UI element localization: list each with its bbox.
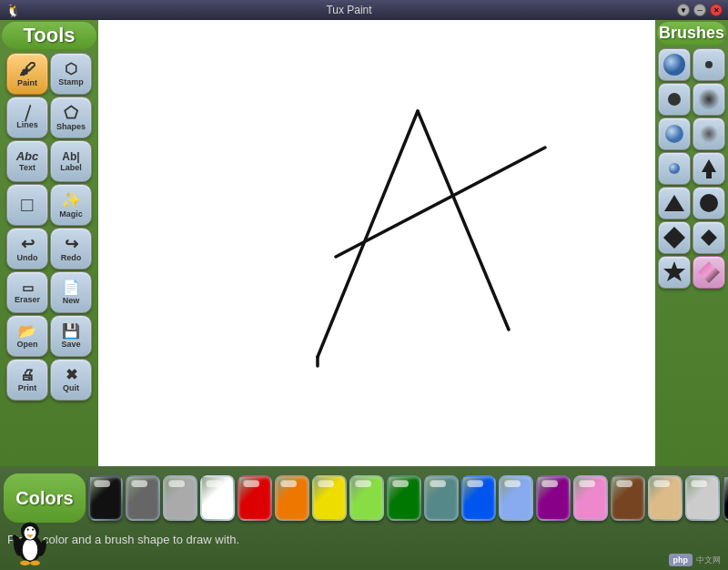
brush-row-2 — [658, 83, 725, 116]
brush-sphere-medium[interactable] — [658, 117, 691, 150]
tool-label[interactable]: Ab| Label — [50, 140, 92, 182]
redo-icon: ↪ — [65, 236, 78, 252]
tool-text[interactable]: Abc Text — [6, 140, 48, 182]
brush-dot-small[interactable] — [693, 48, 725, 81]
color-swatch-black[interactable] — [88, 475, 123, 521]
brush-dot-medium[interactable] — [658, 83, 691, 116]
brush-blur-large[interactable] — [693, 83, 725, 116]
tool-open[interactable]: 📂 Open — [6, 315, 48, 357]
save-label: Save — [61, 340, 80, 349]
brush-circle-outline[interactable] — [693, 187, 725, 219]
svg-point-5 — [700, 125, 718, 143]
brush-diamond-small[interactable] — [693, 221, 725, 254]
print-icon: 🖨 — [20, 368, 35, 382]
color-swatch-purple[interactable] — [536, 475, 571, 521]
tool-lines[interactable]: ╲ Lines — [6, 97, 48, 138]
color-swatch-brown[interactable] — [611, 475, 645, 521]
tool-eraser[interactable]: ▭ Eraser — [6, 271, 48, 313]
php-logo: php 中文网 — [669, 554, 722, 566]
tool-magic[interactable]: ✨ Magic — [50, 184, 92, 226]
print-label: Print — [18, 383, 37, 392]
svg-point-22 — [32, 529, 34, 531]
brush-row-1 — [658, 48, 725, 81]
brush-row-6 — [658, 221, 725, 254]
color-swatch-gray[interactable] — [163, 475, 197, 521]
top-area: Tools 🖌 Paint ⬡ Stamp ╲ Lines ⬠ S — [0, 20, 728, 466]
brush-up-arrow[interactable] — [693, 152, 725, 185]
brush-row-3 — [658, 117, 725, 150]
svg-marker-14 — [698, 261, 720, 283]
text-label: Text — [19, 163, 35, 172]
svg-point-24 — [20, 561, 30, 566]
minimize-button[interactable]: ▼ — [677, 4, 690, 16]
brush-triangle[interactable] — [658, 187, 691, 219]
brush-blur-medium[interactable] — [693, 117, 725, 150]
tool-print[interactable]: 🖨 Print — [6, 359, 48, 401]
svg-point-2 — [668, 93, 681, 106]
color-swatch-light-green[interactable] — [349, 475, 384, 521]
colors-label: Colors — [4, 473, 86, 523]
tux-penguin — [7, 516, 53, 566]
color-swatch-light-blue[interactable] — [499, 475, 533, 521]
color-swatch-light-gray2[interactable] — [685, 475, 720, 521]
svg-point-16 — [23, 539, 38, 561]
magic-icon: ✨ — [61, 192, 81, 209]
tools-panel: Tools 🖌 Paint ⬡ Stamp ╲ Lines ⬠ S — [0, 20, 98, 466]
tool-paint[interactable]: 🖌 Paint — [6, 53, 48, 95]
brush-row-7 — [658, 256, 725, 289]
lines-icon: ╲ — [20, 106, 35, 120]
color-swatch-dark-gray[interactable] — [126, 475, 160, 521]
brush-row-4 — [658, 152, 725, 185]
tool-fill[interactable]: □ — [6, 184, 48, 226]
svg-point-4 — [665, 125, 683, 143]
drawing-canvas[interactable] — [98, 20, 655, 466]
tool-redo[interactable]: ↪ Redo — [50, 228, 92, 270]
new-icon: 📄 — [62, 280, 80, 295]
brushes-header: Brushes — [657, 22, 726, 45]
tool-new[interactable]: 📄 New — [50, 271, 92, 313]
fill-icon: □ — [21, 195, 33, 215]
brush-star[interactable] — [658, 256, 691, 289]
colors-row: Colors — [0, 466, 728, 528]
color-swatch-black2[interactable] — [723, 475, 728, 521]
stamp-icon: ⬡ — [65, 62, 77, 76]
maximize-button[interactable]: ─ — [693, 4, 706, 16]
text-icon: Abc — [16, 150, 39, 162]
brush-sphere-large[interactable] — [658, 48, 691, 81]
svg-point-3 — [698, 88, 720, 110]
tool-quit[interactable]: ✖ Quit — [50, 359, 92, 401]
window-controls: ▼ ─ ✕ — [677, 4, 723, 16]
paint-icon: 🖌 — [19, 61, 35, 77]
brush-sphere-small[interactable] — [658, 152, 691, 185]
color-swatch-blue[interactable] — [461, 475, 496, 521]
color-swatch-pink[interactable] — [573, 475, 608, 521]
tool-shapes[interactable]: ⬠ Shapes — [50, 97, 92, 138]
title-logo: 🐧 — [5, 3, 21, 17]
brush-gradient-sweep[interactable] — [693, 256, 725, 289]
color-swatch-white[interactable] — [200, 475, 235, 521]
color-swatch-yellow[interactable] — [312, 475, 347, 521]
tool-stamp[interactable]: ⬡ Stamp — [50, 53, 92, 95]
color-swatch-orange[interactable] — [275, 475, 309, 521]
close-button[interactable]: ✕ — [710, 4, 723, 16]
svg-point-0 — [663, 54, 685, 76]
color-swatch-skin[interactable] — [648, 475, 682, 521]
tool-save[interactable]: 💾 Save — [50, 315, 92, 357]
color-swatch-teal[interactable] — [424, 475, 459, 521]
save-icon: 💾 — [62, 324, 80, 339]
stamp-label: Stamp — [58, 77, 84, 87]
quit-icon: ✖ — [66, 368, 77, 382]
svg-marker-11 — [663, 227, 685, 249]
tool-undo[interactable]: ↩ Undo — [6, 228, 48, 270]
eraser-icon: ▭ — [22, 281, 34, 294]
svg-marker-12 — [701, 229, 717, 246]
color-swatch-red[interactable] — [238, 475, 272, 521]
tool-row-4: □ ✨ Magic — [6, 184, 92, 226]
svg-marker-7 — [702, 159, 716, 172]
canvas-area[interactable] — [98, 20, 655, 466]
undo-label: Undo — [17, 253, 38, 262]
brush-diamond-outline[interactable] — [658, 221, 691, 254]
color-swatch-green[interactable] — [387, 475, 421, 521]
shapes-label: Shapes — [56, 122, 86, 131]
brushes-panel: Brushes — [655, 20, 728, 466]
